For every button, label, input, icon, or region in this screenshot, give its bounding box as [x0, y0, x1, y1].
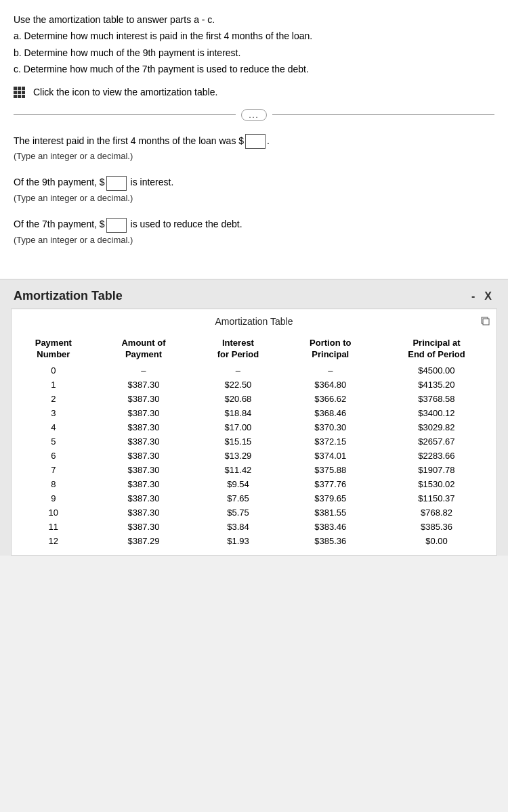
amortization-window: Amortization Table - X Amortization Tabl…	[0, 279, 508, 556]
cell-end-principal: $1530.02	[377, 477, 496, 491]
cell-interest: $17.00	[192, 420, 284, 434]
cell-principal-portion: $372.15	[284, 434, 377, 449]
table-row: 11 $387.30 $3.84 $383.46 $385.36	[12, 520, 496, 534]
cell-end-principal: $4500.00	[377, 363, 496, 378]
cell-end-principal: $385.36	[377, 520, 496, 534]
question-c-before: Of the 7th payment, $	[14, 219, 105, 229]
question-b-text: Of the 9th payment, $ is interest.	[14, 175, 494, 191]
cell-payment-amt: $387.30	[96, 406, 192, 420]
cell-principal-portion: –	[284, 363, 377, 378]
table-title: Amortization Table	[215, 316, 293, 327]
intro-text: Use the amortization table to answer par…	[14, 12, 494, 27]
part-a-instruction: a. Determine how much interest is paid i…	[14, 28, 494, 43]
col-portion-to-principal: Portion toPrincipal	[284, 335, 377, 363]
table-row: 12 $387.29 $1.93 $385.36 $0.00	[12, 534, 496, 548]
icon-row: Click the icon to view the amortization …	[14, 87, 494, 98]
cell-payment-num: 10	[12, 505, 96, 520]
table-row: 9 $387.30 $7.65 $379.65 $1150.37	[12, 491, 496, 505]
cell-payment-num: 9	[12, 491, 96, 505]
cell-payment-num: 3	[12, 406, 96, 420]
minimize-button[interactable]: -	[469, 290, 478, 302]
table-row: 3 $387.30 $18.84 $368.46 $3400.12	[12, 406, 496, 420]
part-c-instruction: c. Determine how much of the 7th payment…	[14, 62, 494, 76]
cell-payment-num: 5	[12, 434, 96, 449]
col-principal-at-end: Principal atEnd of Period	[377, 335, 496, 363]
cell-payment-amt: $387.30	[96, 392, 192, 406]
table-container: Amortization Table PaymentNumber Amount …	[11, 309, 497, 556]
cell-interest: $9.54	[192, 477, 284, 491]
table-row: 1 $387.30 $22.50 $364.80 $4135.20	[12, 378, 496, 392]
part-b-instruction: b. Determine how much of the 9th payment…	[14, 45, 494, 60]
cell-end-principal: $1907.78	[377, 463, 496, 477]
cell-interest: $3.84	[192, 520, 284, 534]
grid-icon	[14, 87, 25, 98]
cell-end-principal: $1150.37	[377, 491, 496, 505]
question-a-after: .	[267, 135, 270, 146]
table-row: 5 $387.30 $15.15 $372.15 $2657.67	[12, 434, 496, 449]
cell-payment-amt: $387.30	[96, 477, 192, 491]
table-row: 4 $387.30 $17.00 $370.30 $3029.82	[12, 420, 496, 434]
cell-payment-num: 0	[12, 363, 96, 378]
top-section: Use the amortization table to answer par…	[0, 0, 508, 279]
question-c-hint: (Type an integer or a decimal.)	[14, 233, 494, 248]
question-a-block: The interest paid in the first 4 months …	[14, 133, 494, 164]
cell-payment-num: 4	[12, 420, 96, 434]
question-c-input[interactable]	[106, 218, 127, 233]
cell-interest: –	[192, 363, 284, 378]
amortization-table: PaymentNumber Amount ofPayment Interestf…	[12, 335, 496, 548]
question-a-input[interactable]	[245, 134, 266, 149]
question-b-input[interactable]	[106, 176, 127, 191]
cell-principal-portion: $370.30	[284, 420, 377, 434]
cell-end-principal: $2283.66	[377, 449, 496, 463]
cell-principal-portion: $364.80	[284, 378, 377, 392]
question-b-hint: (Type an integer or a decimal.)	[14, 191, 494, 206]
divider-line-right	[272, 114, 494, 115]
cell-payment-amt: $387.29	[96, 534, 192, 548]
cell-payment-amt: $387.30	[96, 463, 192, 477]
copy-icon[interactable]	[480, 316, 490, 328]
cell-principal-portion: $381.55	[284, 505, 377, 520]
instructions-block: Use the amortization table to answer par…	[14, 12, 494, 77]
cell-interest: $7.65	[192, 491, 284, 505]
table-row: 10 $387.30 $5.75 $381.55 $768.82	[12, 505, 496, 520]
cell-end-principal: $3029.82	[377, 420, 496, 434]
dots-button[interactable]: ...	[241, 109, 266, 121]
svg-rect-1	[483, 319, 489, 325]
question-a-hint: (Type an integer or a decimal.)	[14, 149, 494, 164]
cell-end-principal: $768.82	[377, 505, 496, 520]
cell-interest: $13.29	[192, 449, 284, 463]
cell-principal-portion: $385.36	[284, 534, 377, 548]
cell-interest: $5.75	[192, 505, 284, 520]
cell-payment-amt: $387.30	[96, 520, 192, 534]
cell-payment-amt: $387.30	[96, 420, 192, 434]
cell-payment-num: 1	[12, 378, 96, 392]
window-header: Amortization Table - X	[0, 279, 508, 309]
col-payment-number: PaymentNumber	[12, 335, 96, 363]
question-b-before: Of the 9th payment, $	[14, 177, 105, 187]
cell-principal-portion: $379.65	[284, 491, 377, 505]
close-button[interactable]: X	[482, 290, 494, 302]
table-row: 6 $387.30 $13.29 $374.01 $2283.66	[12, 449, 496, 463]
divider-row: ...	[14, 109, 494, 121]
cell-payment-num: 8	[12, 477, 96, 491]
question-b-block: Of the 9th payment, $ is interest. (Type…	[14, 175, 494, 206]
icon-text: Click the icon to view the amortization …	[33, 87, 217, 97]
cell-principal-portion: $374.01	[284, 449, 377, 463]
cell-payment-amt: $387.30	[96, 505, 192, 520]
cell-payment-num: 11	[12, 520, 96, 534]
cell-payment-amt: –	[96, 363, 192, 378]
question-a-text: The interest paid in the first 4 months …	[14, 133, 494, 150]
cell-interest: $22.50	[192, 378, 284, 392]
cell-principal-portion: $383.46	[284, 520, 377, 534]
question-b-after: is interest.	[131, 177, 174, 187]
cell-interest: $1.93	[192, 534, 284, 548]
cell-end-principal: $2657.67	[377, 434, 496, 449]
cell-interest: $20.68	[192, 392, 284, 406]
col-amount-of-payment: Amount ofPayment	[96, 335, 192, 363]
cell-payment-amt: $387.30	[96, 378, 192, 392]
cell-payment-amt: $387.30	[96, 449, 192, 463]
cell-principal-portion: $375.88	[284, 463, 377, 477]
cell-end-principal: $4135.20	[377, 378, 496, 392]
cell-end-principal: $0.00	[377, 534, 496, 548]
cell-interest: $15.15	[192, 434, 284, 449]
